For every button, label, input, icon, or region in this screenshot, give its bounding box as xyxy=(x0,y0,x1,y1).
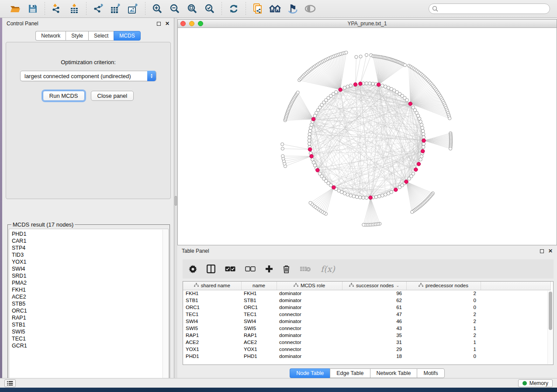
mcds-result-item[interactable]: CAR1 xyxy=(12,237,168,244)
graph-hub-node[interactable] xyxy=(405,180,408,184)
run-mcds-button[interactable]: Run MCDS xyxy=(43,91,85,101)
panel-splitter[interactable] xyxy=(174,18,177,378)
graph-node[interactable] xyxy=(405,99,409,102)
graph-node[interactable] xyxy=(308,139,311,142)
graph-hub-node[interactable] xyxy=(353,83,357,86)
graph-hub-node[interactable] xyxy=(359,82,363,86)
tab-network[interactable]: Network xyxy=(35,31,66,41)
graph-hub-node[interactable] xyxy=(421,149,425,153)
network-canvas[interactable] xyxy=(177,28,557,245)
graph-node[interactable] xyxy=(368,82,372,85)
graph-node[interactable] xyxy=(365,196,368,199)
add-column-icon[interactable] xyxy=(265,265,273,273)
select-all-icon[interactable] xyxy=(225,266,235,272)
graph-node[interactable] xyxy=(352,195,356,198)
graph-node[interactable] xyxy=(355,195,359,199)
graph-node[interactable] xyxy=(419,158,422,161)
float-panel-icon[interactable] xyxy=(157,22,161,26)
mcds-result-item[interactable]: TID3 xyxy=(12,251,168,258)
graph-leaf-node[interactable] xyxy=(281,143,284,146)
export-network-icon[interactable] xyxy=(91,2,106,16)
graph-leaf-node[interactable] xyxy=(281,147,284,150)
sort-chevron-icon[interactable]: ⌄ xyxy=(396,283,399,288)
graph-node[interactable] xyxy=(308,129,312,133)
graph-node[interactable] xyxy=(398,186,401,189)
graph-node[interactable] xyxy=(421,126,424,130)
graph-leaf-node[interactable] xyxy=(449,147,452,150)
graph-leaf-node[interactable] xyxy=(309,201,312,204)
graph-node[interactable] xyxy=(365,82,368,85)
mcds-result-item[interactable]: PHD1 xyxy=(12,230,168,237)
deselect-all-icon[interactable] xyxy=(245,266,256,272)
splitter-grip[interactable] xyxy=(175,196,177,206)
graph-node[interactable] xyxy=(346,85,349,89)
graph-node[interactable] xyxy=(349,84,353,87)
graph-node[interactable] xyxy=(422,133,425,136)
mcds-result-list[interactable]: PHD1CAR1STP4TID3YOX1SWI4SRD1PMA2FKH1ACE2… xyxy=(9,229,169,382)
graph-node[interactable] xyxy=(371,82,375,86)
graph-hub-node[interactable] xyxy=(316,168,320,172)
graph-hub-node[interactable] xyxy=(310,155,314,158)
close-panel-icon[interactable]: ✕ xyxy=(165,21,170,26)
graph-node[interactable] xyxy=(308,133,311,136)
graph-node[interactable] xyxy=(381,194,384,197)
graph-hub-node[interactable] xyxy=(417,162,421,166)
graph-leaf-node[interactable] xyxy=(365,53,368,56)
mcds-result-item[interactable]: SWI4 xyxy=(12,265,168,272)
tab-mcds[interactable]: MCDS xyxy=(114,31,140,41)
float-table-panel-icon[interactable] xyxy=(540,249,544,253)
mcds-result-item[interactable]: SRD1 xyxy=(12,272,168,279)
zoom-selected-icon[interactable] xyxy=(202,2,217,16)
graph-node[interactable] xyxy=(419,120,422,124)
table-row[interactable]: FKH1FKH1dominator962 xyxy=(183,290,551,297)
mcds-result-item[interactable]: FKH1 xyxy=(12,286,168,293)
tab-select[interactable]: Select xyxy=(88,31,114,41)
graph-leaf-node[interactable] xyxy=(403,64,406,67)
tab-edge-table[interactable]: Edge Table xyxy=(330,368,370,378)
tab-network-table[interactable]: Network Table xyxy=(370,368,417,378)
graph-node[interactable] xyxy=(362,196,365,199)
column-header-shared-name[interactable]: shared name xyxy=(183,282,241,290)
graph-hub-node[interactable] xyxy=(311,117,315,121)
graph-node[interactable] xyxy=(310,123,313,127)
import-table-icon[interactable] xyxy=(67,2,82,16)
tab-motifs[interactable]: Motifs xyxy=(417,368,444,378)
mcds-result-item[interactable]: YOX1 xyxy=(12,258,168,265)
graph-node[interactable] xyxy=(420,123,423,127)
memory-button[interactable]: Memory xyxy=(518,379,553,387)
mcds-result-item[interactable]: ORC1 xyxy=(12,307,168,314)
table-row[interactable]: RAP1RAP1dominator352 xyxy=(183,332,551,339)
graph-leaf-node[interactable] xyxy=(359,55,362,58)
zoom-in-icon[interactable] xyxy=(150,2,165,16)
close-table-panel-icon[interactable]: ✕ xyxy=(548,248,553,254)
graph-leaf-node[interactable] xyxy=(448,117,451,120)
graph-node[interactable] xyxy=(408,177,411,180)
graph-node[interactable] xyxy=(335,90,338,94)
mcds-result-item[interactable]: SWI5 xyxy=(12,328,168,335)
graph-node[interactable] xyxy=(420,155,423,158)
graph-hub-node[interactable] xyxy=(332,186,336,189)
table-row[interactable]: ORC1ORC1dominator610 xyxy=(183,304,551,311)
graph-hub-node[interactable] xyxy=(408,102,412,106)
graph-node[interactable] xyxy=(384,193,387,196)
graph-node[interactable] xyxy=(309,126,312,130)
split-view-icon[interactable] xyxy=(207,265,215,273)
graph-hub-node[interactable] xyxy=(394,188,398,192)
mcds-result-item[interactable]: RAP1 xyxy=(12,314,168,321)
table-row[interactable]: YOX1YOX1connector291 xyxy=(183,346,551,353)
mcds-result-item[interactable]: PMA2 xyxy=(12,279,168,286)
delete-column-icon[interactable] xyxy=(283,265,290,273)
toggle-details-icon[interactable] xyxy=(285,2,300,16)
search-input[interactable] xyxy=(429,3,550,14)
tab-node-table[interactable]: Node Table xyxy=(290,368,330,378)
graph-node[interactable] xyxy=(318,172,322,175)
table-row[interactable]: SWI4SWI4dominator462 xyxy=(183,318,551,325)
graph-leaf-node[interactable] xyxy=(355,55,358,58)
minimize-window-icon[interactable] xyxy=(189,21,194,26)
graph-leaf-node[interactable] xyxy=(362,223,365,226)
column-header-name[interactable]: name xyxy=(241,282,277,290)
graph-hub-node[interactable] xyxy=(414,168,418,172)
export-image-icon[interactable] xyxy=(126,2,141,16)
graph-hub-node[interactable] xyxy=(377,83,381,87)
graph-node[interactable] xyxy=(377,195,381,198)
